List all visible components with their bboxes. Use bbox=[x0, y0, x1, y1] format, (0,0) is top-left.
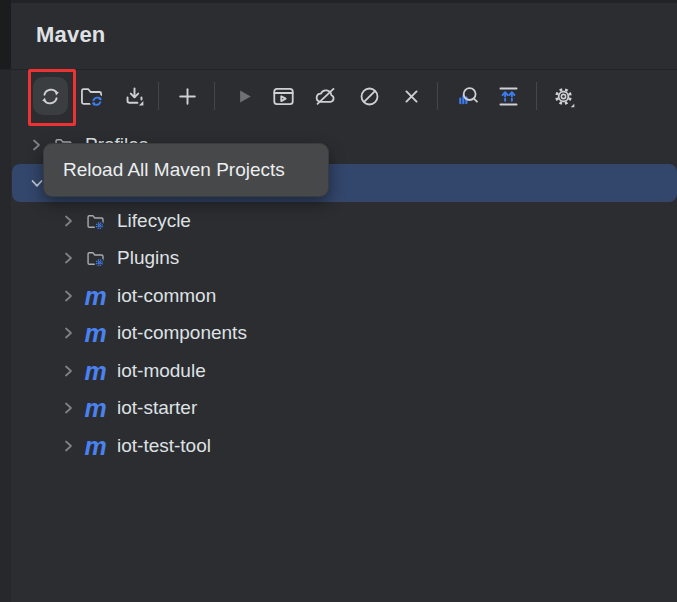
tree-row-lifecycle[interactable]: Lifecycle bbox=[11, 202, 677, 240]
tree-item-label: iot-module bbox=[117, 360, 206, 382]
tooltip: Reload All Maven Projects bbox=[43, 143, 329, 197]
maven-tool-window: Maven bbox=[0, 0, 677, 602]
tree-item-label: Lifecycle bbox=[117, 210, 191, 232]
chevron-right-icon[interactable] bbox=[60, 213, 76, 229]
maven-module-icon: m bbox=[85, 436, 106, 456]
tree-item-label: iot-test-tool bbox=[117, 435, 211, 457]
tree-item-label: iot-components bbox=[117, 322, 247, 344]
chevron-right-icon[interactable] bbox=[60, 288, 76, 304]
tree-row-plugins[interactable]: Plugins bbox=[11, 239, 677, 277]
chevron-right-icon[interactable] bbox=[60, 400, 76, 416]
maven-module-icon: m bbox=[85, 323, 106, 343]
chevron-right-icon[interactable] bbox=[60, 363, 76, 379]
tree-row-iot-common[interactable]: m iot-common bbox=[11, 277, 677, 315]
tree-item-label: iot-common bbox=[117, 285, 216, 307]
tree-row-iot-starter[interactable]: m iot-starter bbox=[11, 389, 677, 427]
folder-gear-icon bbox=[85, 211, 106, 232]
maven-projects-tree: Profiles Lifecycl bbox=[0, 0, 677, 602]
chevron-right-icon[interactable] bbox=[60, 325, 76, 341]
maven-module-icon: m bbox=[85, 361, 106, 381]
chevron-right-icon[interactable] bbox=[60, 250, 76, 266]
tooltip-text: Reload All Maven Projects bbox=[63, 159, 285, 181]
tree-row-iot-components[interactable]: m iot-components bbox=[11, 314, 677, 352]
maven-module-icon: m bbox=[85, 398, 106, 418]
maven-module-icon: m bbox=[85, 286, 106, 306]
red-highlight-annotation bbox=[28, 69, 76, 126]
tree-row-iot-test-tool[interactable]: m iot-test-tool bbox=[11, 427, 677, 465]
folder-gear-icon bbox=[85, 248, 106, 269]
tree-item-label: Plugins bbox=[117, 247, 179, 269]
chevron-right-icon[interactable] bbox=[28, 137, 44, 153]
tree-item-label: iot-starter bbox=[117, 397, 197, 419]
tree-row-iot-module[interactable]: m iot-module bbox=[11, 352, 677, 390]
chevron-right-icon[interactable] bbox=[60, 438, 76, 454]
